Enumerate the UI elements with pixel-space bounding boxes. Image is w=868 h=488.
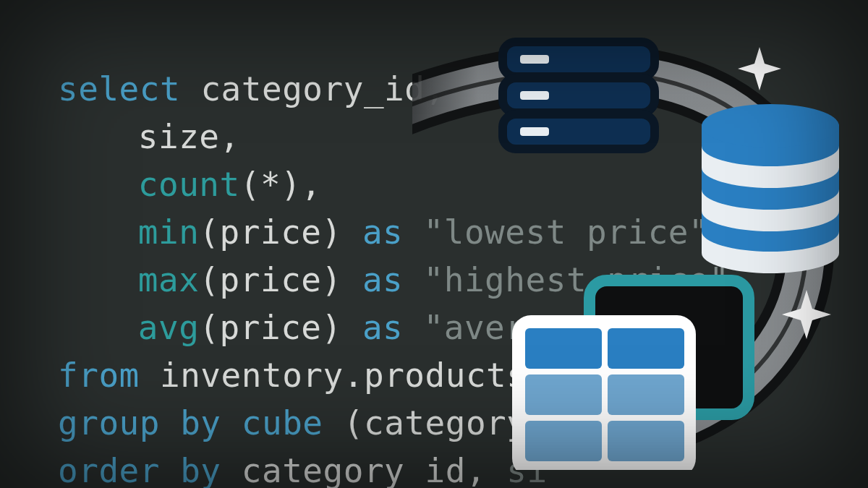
sql-code-block: select category_id, size, count(*), min(… <box>58 17 750 488</box>
paren-open: ( <box>344 403 364 442</box>
kw-as-3: as <box>362 308 424 347</box>
ident-size: size <box>138 117 220 156</box>
kw-as-2: as <box>362 260 424 299</box>
kw-from: from <box>58 356 160 395</box>
args-avg: (price) <box>199 308 362 347</box>
ident-products: products <box>364 356 527 395</box>
ident-category-partial: category_ <box>364 403 548 442</box>
code-line-2: size, <box>58 117 240 156</box>
stage: select category_id, size, count(*), min(… <box>0 0 868 488</box>
kw-cube: cube <box>242 403 344 442</box>
code-line-8: group by cube (category_ <box>58 403 548 442</box>
sparkle-icon <box>782 290 831 339</box>
kw-select: select <box>58 69 200 108</box>
ident-inventory: inventory <box>160 356 344 395</box>
code-line-4: min(price) as "lowest price", <box>58 213 729 252</box>
kw-order-by: order by <box>58 451 242 488</box>
str-highest: "highest price" <box>424 260 730 299</box>
str-lowest: "lowest price" <box>424 213 710 252</box>
func-avg: avg <box>138 308 200 347</box>
ident-category-id-2: category_id <box>242 451 466 488</box>
ident-size-partial: si <box>506 451 547 488</box>
dot: . <box>344 356 364 395</box>
args-min: (price) <box>199 213 362 252</box>
comma: , <box>220 117 240 156</box>
ident-category-id: category_id, <box>200 69 445 108</box>
comma-2: , <box>466 451 506 488</box>
code-line-5: max(price) as "highest price", <box>58 260 750 299</box>
func-max: max <box>138 260 200 299</box>
code-line-9: order by category_id, si <box>58 451 548 488</box>
str-average-partial: "averag <box>424 308 566 347</box>
kw-group-by: group by <box>58 403 242 442</box>
func-min: min <box>138 213 200 252</box>
kw-as-1: as <box>362 213 424 252</box>
args-count: (*) <box>240 165 302 204</box>
code-line-3: count(*), <box>58 165 322 204</box>
code-line-7: from inventory.products <box>58 356 527 395</box>
args-max: (price) <box>199 260 362 299</box>
func-count: count <box>138 165 240 204</box>
code-line-1: select category_id, <box>58 69 446 108</box>
code-line-6: avg(price) as "averag <box>58 308 566 347</box>
